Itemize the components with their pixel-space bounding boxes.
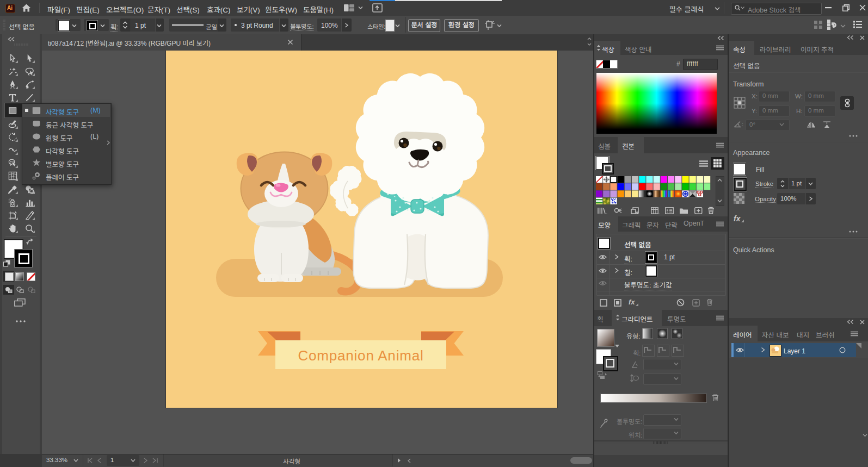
svg-text:Companion Animal: Companion Animal — [298, 347, 423, 364]
